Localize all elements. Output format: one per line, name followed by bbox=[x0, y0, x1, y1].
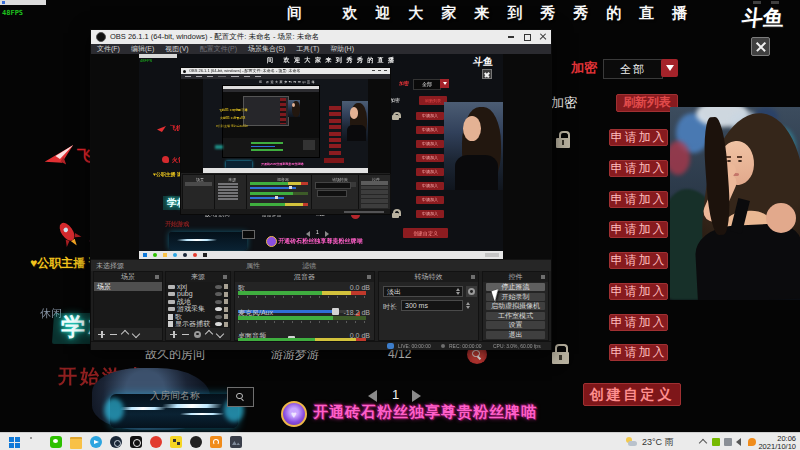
settings-button[interactable]: 设置 bbox=[486, 321, 545, 329]
lock-icon[interactable] bbox=[224, 322, 228, 327]
filter-dropdown-arrow-button[interactable] bbox=[661, 59, 678, 77]
apply-join-button[interactable]: 申请加入 bbox=[609, 191, 668, 208]
apply-join-button[interactable]: 申请加入 bbox=[609, 252, 668, 269]
plane-icon bbox=[43, 144, 77, 168]
pin-icon[interactable] bbox=[223, 275, 227, 279]
minimize-icon[interactable] bbox=[503, 30, 519, 44]
studio-mode-button[interactable]: 工作室模式 bbox=[486, 312, 545, 320]
start-button[interactable] bbox=[9, 437, 14, 442]
lock-icon[interactable] bbox=[224, 299, 228, 304]
menu-view[interactable]: 视图(V) bbox=[165, 45, 188, 53]
menu-scene-collection[interactable]: 场景集合(S) bbox=[248, 45, 285, 53]
filters-button[interactable]: 滤镜 bbox=[302, 262, 316, 270]
add-scene-icon[interactable] bbox=[98, 331, 105, 338]
close-room-list-button[interactable] bbox=[751, 37, 770, 56]
photo-app-icon[interactable] bbox=[230, 436, 242, 448]
eye-icon[interactable] bbox=[215, 315, 222, 319]
spinner-up-icon[interactable] bbox=[456, 288, 460, 291]
dark-app-icon[interactable] bbox=[190, 436, 202, 448]
close-icon[interactable] bbox=[535, 30, 551, 44]
capture-start-game: 开始游戏 bbox=[165, 221, 189, 227]
security-tray-icon[interactable] bbox=[748, 438, 756, 446]
banner-glow-streak bbox=[161, 404, 223, 408]
file-explorer-icon[interactable] bbox=[70, 437, 82, 449]
weather-text[interactable]: 23°C 雨 bbox=[642, 438, 674, 448]
add-source-icon[interactable] bbox=[170, 331, 177, 338]
apply-join-button[interactable]: 申请加入 bbox=[609, 160, 668, 177]
maximize-icon[interactable] bbox=[519, 30, 535, 44]
spinner-down-icon[interactable] bbox=[466, 306, 470, 309]
menu-tools[interactable]: 工具(T) bbox=[296, 45, 319, 53]
menu-edit[interactable]: 编辑(E) bbox=[131, 45, 154, 53]
source-row[interactable]: pubg bbox=[168, 291, 228, 299]
virtual-camera-button[interactable]: 启动虚拟摄像机 bbox=[486, 302, 545, 310]
scene-up-icon[interactable] bbox=[121, 330, 129, 338]
apply-join-button[interactable]: 申请加入 bbox=[609, 314, 668, 331]
tray-app-icon[interactable] bbox=[724, 438, 732, 446]
page-next-button[interactable] bbox=[412, 390, 421, 402]
source-row[interactable]: 显示器捕获 bbox=[168, 321, 228, 329]
steam-icon[interactable] bbox=[110, 436, 122, 448]
obs-titlebar[interactable]: OBS 26.1.1 (64-bit, windows) - 配置文件: 未命名… bbox=[91, 30, 551, 44]
duration-value: 300 ms bbox=[405, 302, 428, 310]
lock-icon[interactable] bbox=[224, 292, 228, 297]
remove-scene-icon[interactable] bbox=[110, 331, 117, 338]
capture-apply-label: 申请加入 bbox=[422, 212, 438, 216]
create-custom-button[interactable]: 创建自定义 bbox=[583, 383, 681, 406]
source-up-icon[interactable] bbox=[205, 330, 213, 338]
pin-icon[interactable] bbox=[155, 275, 159, 279]
wechat-icon[interactable] bbox=[50, 436, 62, 448]
filter-dropdown[interactable]: 全部 bbox=[603, 59, 663, 79]
lock-icon[interactable] bbox=[224, 307, 228, 312]
pin-icon[interactable] bbox=[367, 275, 371, 279]
apply-join-button[interactable]: 申请加入 bbox=[609, 283, 668, 300]
source-properties-icon[interactable] bbox=[194, 331, 201, 338]
duration-spinner[interactable] bbox=[464, 300, 472, 311]
remove-source-icon[interactable] bbox=[182, 331, 189, 338]
lock-icon[interactable] bbox=[224, 314, 228, 319]
apply-join-label: 申请加入 bbox=[611, 346, 667, 359]
help-app-icon[interactable] bbox=[210, 436, 222, 448]
transition-gear-button[interactable] bbox=[466, 286, 477, 297]
camera-app-icon[interactable] bbox=[130, 436, 142, 448]
eye-icon[interactable] bbox=[215, 300, 222, 304]
source-row[interactable]: 游戏采集 bbox=[168, 306, 228, 314]
source-down-icon[interactable] bbox=[216, 330, 224, 338]
source-row[interactable]: 战地 bbox=[168, 298, 228, 306]
apply-join-button[interactable]: 申请加入 bbox=[609, 129, 668, 146]
eye-icon[interactable] bbox=[215, 292, 222, 296]
source-row[interactable]: 歌 bbox=[168, 313, 228, 321]
menu-help[interactable]: 帮助(H) bbox=[330, 45, 354, 53]
transition-select[interactable]: 淡出 bbox=[383, 286, 463, 297]
scene-list-item[interactable]: 场景 bbox=[94, 282, 162, 291]
duration-input[interactable]: 300 ms bbox=[401, 300, 463, 311]
nvidia-tray-icon[interactable] bbox=[712, 438, 720, 446]
weather-icon[interactable] bbox=[626, 437, 637, 447]
pin-icon[interactable] bbox=[471, 275, 475, 279]
telegram-icon[interactable] bbox=[90, 436, 102, 448]
eye-icon[interactable] bbox=[215, 322, 222, 326]
spinner-down-icon[interactable] bbox=[456, 292, 460, 295]
page-prev-button[interactable] bbox=[368, 390, 377, 402]
pixel-game-icon[interactable] bbox=[170, 436, 182, 448]
eye-icon[interactable] bbox=[215, 307, 222, 311]
scene-down-icon[interactable] bbox=[132, 330, 140, 338]
source-row[interactable]: xjxj bbox=[168, 283, 228, 291]
red-app-icon[interactable] bbox=[150, 436, 162, 448]
menu-profile[interactable]: 配置文件(P) bbox=[200, 45, 237, 53]
banner-glow-streak bbox=[119, 407, 166, 410]
exit-button[interactable]: 退出 bbox=[486, 331, 545, 339]
eye-icon[interactable] bbox=[215, 285, 222, 289]
clock-date[interactable]: 2021/10/10 bbox=[758, 443, 796, 450]
spinner-up-icon[interactable] bbox=[466, 302, 470, 305]
apply-join-button[interactable]: 申请加入 bbox=[609, 221, 668, 238]
properties-button[interactable]: 属性 bbox=[246, 262, 260, 270]
apply-join-button[interactable]: 申请加入 bbox=[609, 344, 668, 361]
tray-expand-icon[interactable] bbox=[699, 439, 707, 447]
room-search-box[interactable] bbox=[227, 387, 254, 407]
refresh-list-button[interactable]: 刷新列表 bbox=[616, 94, 678, 112]
pin-icon[interactable] bbox=[541, 275, 545, 279]
settings-label: 设置 bbox=[509, 321, 523, 329]
menu-file[interactable]: 文件(F) bbox=[97, 45, 120, 53]
lock-icon[interactable] bbox=[224, 284, 228, 289]
